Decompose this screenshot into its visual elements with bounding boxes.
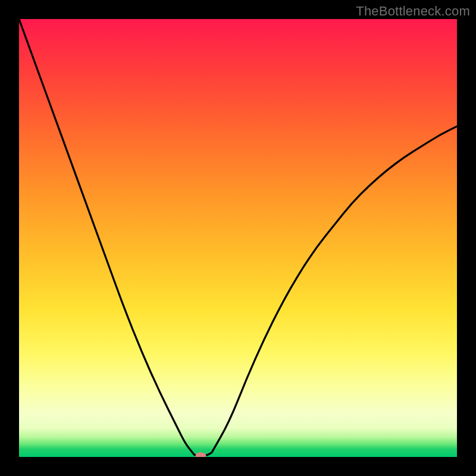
chart-frame: TheBottleneck.com	[0, 0, 476, 476]
bottleneck-curve	[19, 19, 457, 456]
chart-svg	[19, 19, 457, 457]
valley-marker-icon	[196, 452, 206, 457]
watermark-label: TheBottleneck.com	[356, 4, 470, 19]
chart-plot-area	[19, 19, 457, 457]
